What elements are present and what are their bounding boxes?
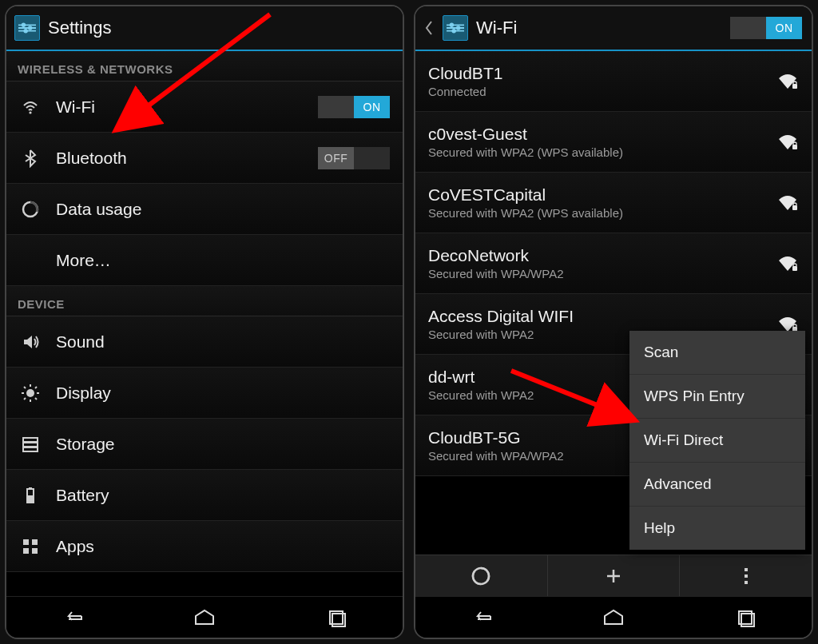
- menu-item-wps-pin-entry[interactable]: WPS Pin Entry: [629, 375, 805, 419]
- wps-button-icon[interactable]: [415, 555, 548, 596]
- wifi-master-toggle[interactable]: ON: [730, 17, 802, 39]
- wifi-status: Secured with WPA2 (WPS available): [428, 206, 762, 220]
- svg-point-6: [29, 111, 31, 113]
- svg-rect-22: [28, 495, 33, 502]
- svg-point-4: [29, 26, 32, 30]
- svg-rect-17: [23, 438, 38, 442]
- wifi-signal-icon: [776, 194, 799, 212]
- wifi-header: Wi-Fi ON: [415, 6, 812, 51]
- svg-rect-26: [32, 548, 38, 554]
- wifi-ssid: Access Digital WIFI: [428, 307, 762, 326]
- settings-icon[interactable]: [443, 15, 468, 41]
- settings-header: Settings: [6, 6, 403, 51]
- svg-rect-23: [23, 539, 29, 545]
- svg-point-8: [26, 389, 34, 397]
- wifi-signal-icon: [776, 255, 799, 272]
- svg-rect-38: [792, 205, 797, 210]
- wifi-network-row[interactable]: c0vest-GuestSecured with WPA2 (WPS avail…: [415, 112, 812, 173]
- wifi-toggle[interactable]: ON: [318, 96, 390, 118]
- settings-row-label: Display: [56, 384, 390, 403]
- settings-row-label: Apps: [56, 537, 390, 556]
- svg-rect-47: [745, 581, 748, 584]
- menu-item-scan[interactable]: Scan: [629, 331, 805, 375]
- phone-settings: Settings WIRELESS & NETWORKSWi-FiONBluet…: [5, 5, 404, 639]
- overflow-popup: ScanWPS Pin EntryWi-Fi DirectAdvancedHel…: [629, 331, 805, 550]
- svg-point-35: [452, 30, 455, 33]
- nav-recent[interactable]: [271, 597, 403, 638]
- settings-row-label: Data usage: [56, 200, 390, 219]
- svg-rect-25: [23, 548, 29, 554]
- section-label: DEVICE: [6, 286, 403, 316]
- svg-rect-19: [23, 447, 38, 451]
- svg-rect-39: [792, 266, 797, 271]
- svg-line-14: [35, 398, 37, 400]
- settings-body: WIRELESS & NETWORKSWi-FiONBluetoothOFFDa…: [6, 51, 403, 596]
- settings-row-sound[interactable]: Sound: [6, 316, 403, 368]
- settings-row-bluetooth[interactable]: BluetoothOFF: [6, 133, 403, 184]
- storage-icon: [19, 435, 42, 454]
- wifi-ssid: DecoNetwork: [428, 246, 762, 265]
- settings-row-label: Storage: [56, 435, 390, 454]
- svg-rect-46: [745, 574, 748, 578]
- svg-line-13: [24, 387, 26, 388]
- wifi-ssid: CoVESTCapital: [428, 185, 762, 205]
- svg-point-3: [22, 24, 26, 27]
- settings-row-label: Sound: [56, 332, 390, 352]
- phone-wifi: Wi-Fi ON CloudBT1Connectedc0vest-GuestSe…: [414, 5, 813, 639]
- wifi-status: Secured with WPA2 (WPS available): [428, 145, 762, 159]
- nav-home[interactable]: [138, 597, 270, 638]
- datausage-icon: [19, 200, 42, 219]
- overflow-menu-icon[interactable]: [680, 555, 812, 596]
- section-label: WIRELESS & NETWORKS: [6, 51, 403, 81]
- svg-line-16: [24, 398, 26, 400]
- settings-row-wifi[interactable]: Wi-FiON: [6, 81, 403, 133]
- nav-bar: [6, 596, 403, 638]
- wifi-network-row[interactable]: CloudBT1Connected: [415, 51, 812, 112]
- settings-row-storage[interactable]: Storage: [6, 419, 403, 470]
- menu-item-wi-fi-direct[interactable]: Wi-Fi Direct: [629, 419, 805, 463]
- back-caret-icon[interactable]: [423, 21, 435, 35]
- settings-row-apps[interactable]: Apps: [6, 521, 403, 572]
- settings-row-label: More…: [56, 251, 390, 270]
- settings-row-label: Wi-Fi: [56, 97, 304, 117]
- settings-row-datausage[interactable]: Data usage: [6, 184, 403, 235]
- nav-back[interactable]: [415, 597, 547, 638]
- wifi-ssid: c0vest-Guest: [428, 125, 762, 144]
- wifi-status: Secured with WPA/WPA2: [428, 267, 762, 280]
- apps-icon: [19, 537, 42, 556]
- svg-rect-37: [792, 145, 797, 149]
- nav-back[interactable]: [6, 597, 138, 638]
- svg-point-34: [457, 26, 460, 30]
- battery-icon: [19, 486, 42, 505]
- wifi-icon: [19, 97, 42, 117]
- settings-row-battery[interactable]: Battery: [6, 470, 403, 521]
- wifi-network-row[interactable]: CoVESTCapitalSecured with WPA2 (WPS avai…: [415, 173, 812, 233]
- wifi-network-row[interactable]: DecoNetworkSecured with WPA/WPA2: [415, 233, 812, 294]
- svg-point-33: [451, 24, 454, 27]
- bluetooth-toggle[interactable]: OFF: [318, 147, 390, 169]
- svg-rect-21: [29, 487, 32, 489]
- wifi-body: CloudBT1Connectedc0vest-GuestSecured wit…: [415, 51, 812, 596]
- menu-item-advanced[interactable]: Advanced: [629, 463, 805, 507]
- settings-row-label: Bluetooth: [56, 149, 304, 168]
- svg-rect-45: [745, 568, 748, 571]
- settings-row-label: Battery: [56, 486, 390, 505]
- nav-bar: [415, 596, 812, 638]
- menu-item-help[interactable]: Help: [629, 507, 805, 550]
- settings-icon: [14, 15, 40, 41]
- nav-recent[interactable]: [680, 597, 812, 638]
- settings-row-display[interactable]: Display: [6, 368, 403, 419]
- wifi-signal-icon: [776, 133, 799, 151]
- svg-line-15: [35, 387, 37, 388]
- display-icon: [19, 384, 42, 403]
- svg-rect-36: [792, 84, 797, 89]
- wifi-action-bar: [415, 555, 812, 596]
- wifi-signal-icon: [776, 73, 799, 90]
- settings-row-more[interactable]: More…: [6, 235, 403, 286]
- sound-icon: [19, 332, 42, 352]
- bluetooth-icon: [19, 149, 42, 168]
- nav-home[interactable]: [547, 597, 679, 638]
- wifi-title: Wi-Fi: [476, 18, 722, 38]
- add-network-icon[interactable]: [548, 555, 681, 596]
- svg-point-5: [24, 30, 27, 33]
